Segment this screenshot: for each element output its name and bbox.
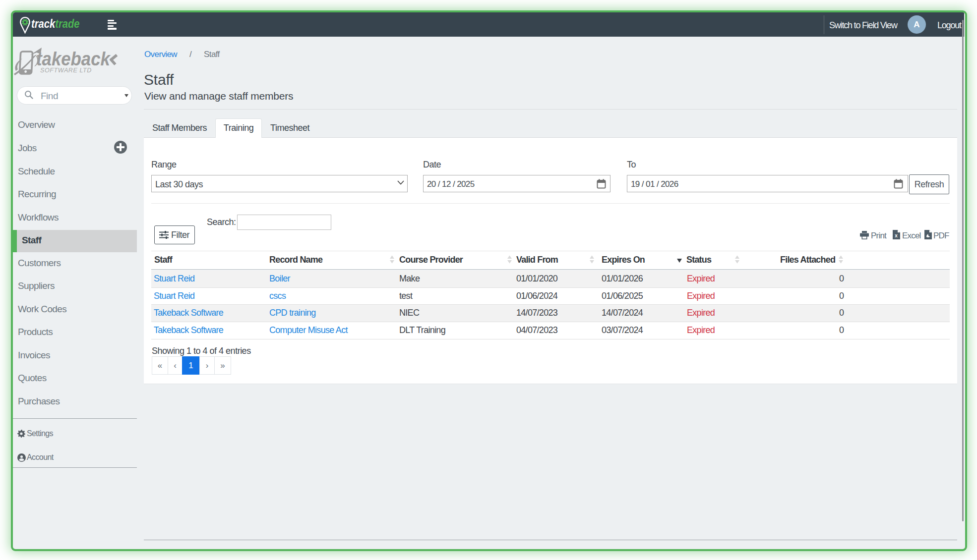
svg-text:x: x [895,233,898,238]
